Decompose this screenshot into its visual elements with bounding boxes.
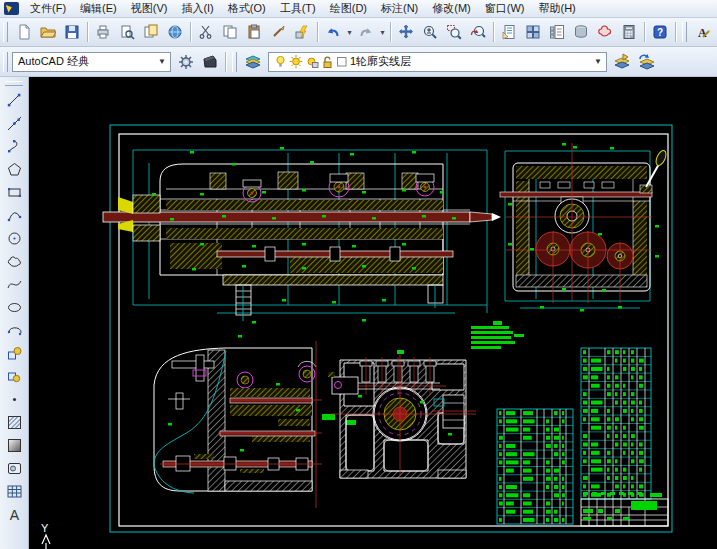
tool-hatch[interactable] bbox=[2, 411, 27, 434]
spline-icon bbox=[6, 276, 23, 293]
tool-construction-line[interactable] bbox=[2, 112, 27, 135]
toolbar-grip[interactable] bbox=[5, 81, 23, 86]
tool-make-block[interactable] bbox=[2, 365, 27, 388]
properties-button[interactable] bbox=[497, 20, 521, 44]
markup-cloud-icon bbox=[597, 24, 613, 40]
workspace-settings-button[interactable] bbox=[174, 50, 198, 74]
undo-button[interactable] bbox=[321, 20, 345, 44]
make-object-layer-current-button[interactable] bbox=[610, 50, 634, 74]
redo-button[interactable] bbox=[354, 20, 378, 44]
zoom-previous-button[interactable] bbox=[466, 20, 490, 44]
tool-palettes-button[interactable] bbox=[545, 20, 569, 44]
tool-circle[interactable] bbox=[2, 227, 27, 250]
parts-list-tables bbox=[497, 348, 668, 526]
markup-set-manager-button[interactable] bbox=[593, 20, 617, 44]
block-editor-icon bbox=[294, 24, 310, 40]
menu-window[interactable]: 窗口(W) bbox=[478, 0, 532, 17]
block-editor-button[interactable] bbox=[290, 20, 314, 44]
menu-view[interactable]: 视图(V) bbox=[124, 0, 175, 17]
toolbar-grip[interactable] bbox=[3, 52, 8, 72]
tool-rectangle[interactable] bbox=[2, 181, 27, 204]
tool-region[interactable] bbox=[2, 457, 27, 480]
tool-spline[interactable] bbox=[2, 273, 27, 296]
menu-insert[interactable]: 插入(I) bbox=[174, 0, 220, 17]
revision-cloud-icon bbox=[6, 253, 23, 270]
properties-icon bbox=[501, 24, 517, 40]
workspace-icon bbox=[201, 53, 219, 71]
undo-arrow-icon bbox=[325, 24, 341, 40]
quick-calc-button[interactable] bbox=[617, 20, 641, 44]
save-button[interactable] bbox=[60, 20, 84, 44]
toolbar-grip[interactable] bbox=[3, 22, 8, 42]
menu-dimension[interactable]: 标注(N) bbox=[374, 0, 425, 17]
help-button[interactable]: ? bbox=[648, 20, 672, 44]
ucs-y-label: Y bbox=[41, 522, 49, 534]
copy-button[interactable] bbox=[218, 20, 242, 44]
design-center-button[interactable] bbox=[521, 20, 545, 44]
polyline-icon bbox=[6, 138, 23, 155]
tool-arc[interactable] bbox=[2, 204, 27, 227]
menu-file[interactable]: 文件(F) bbox=[23, 0, 73, 17]
workspace-combo[interactable]: AutoCAD 经典 ▼ bbox=[12, 52, 171, 72]
my-workspace-button[interactable] bbox=[198, 50, 222, 74]
insert-block-icon bbox=[6, 345, 23, 362]
publish-web-button[interactable] bbox=[163, 20, 187, 44]
pan-realtime-button[interactable] bbox=[394, 20, 418, 44]
lock-open-icon bbox=[321, 54, 334, 69]
gear-icon bbox=[177, 53, 195, 71]
sheet-set-manager-button[interactable] bbox=[569, 20, 593, 44]
plot-preview-button[interactable] bbox=[115, 20, 139, 44]
layer-previous-button[interactable] bbox=[634, 50, 658, 74]
menu-draw[interactable]: 绘图(D) bbox=[323, 0, 374, 17]
text-style-button[interactable]: A bbox=[691, 20, 715, 44]
workspace-value: AutoCAD 经典 bbox=[18, 54, 156, 69]
standard-toolbar: ▾ ▾ ? A PC_T bbox=[0, 18, 717, 47]
tool-table[interactable] bbox=[2, 480, 27, 503]
tool-multiline-text[interactable]: A bbox=[2, 503, 27, 526]
printer-icon bbox=[95, 24, 111, 40]
region-icon bbox=[6, 460, 23, 477]
tool-ellipse[interactable] bbox=[2, 296, 27, 319]
tool-gradient[interactable] bbox=[2, 434, 27, 457]
open-file-icon bbox=[40, 24, 56, 40]
design-center-icon bbox=[525, 24, 541, 40]
clipboard-icon bbox=[246, 24, 262, 40]
redo-dropdown[interactable]: ▾ bbox=[378, 28, 387, 37]
chevron-down-icon: ▼ bbox=[156, 57, 168, 66]
match-properties-button[interactable] bbox=[266, 20, 290, 44]
tool-insert-block[interactable] bbox=[2, 342, 27, 365]
zoom-window-button[interactable] bbox=[442, 20, 466, 44]
copy-icon bbox=[222, 24, 238, 40]
plot-button[interactable] bbox=[91, 20, 115, 44]
redo-arrow-icon bbox=[358, 24, 374, 40]
cut-button[interactable] bbox=[194, 20, 218, 44]
model-space[interactable]: Y bbox=[29, 77, 717, 549]
rectangle-icon bbox=[6, 184, 23, 201]
tool-ellipse-arc[interactable] bbox=[2, 319, 27, 342]
tool-polygon[interactable] bbox=[2, 158, 27, 181]
tool-revision-cloud[interactable] bbox=[2, 250, 27, 273]
toolbar-grip[interactable] bbox=[682, 22, 687, 42]
drawing-canvas[interactable]: Y bbox=[29, 77, 717, 549]
undo-dropdown[interactable]: ▾ bbox=[345, 28, 354, 37]
tool-polyline[interactable] bbox=[2, 135, 27, 158]
paste-button[interactable] bbox=[242, 20, 266, 44]
sun-viewport-icon bbox=[305, 54, 319, 69]
sheet-set-icon bbox=[573, 24, 589, 40]
toolbar-grip[interactable] bbox=[232, 52, 237, 72]
menu-format[interactable]: 格式(O) bbox=[221, 0, 273, 17]
menu-help[interactable]: 帮助(H) bbox=[532, 0, 583, 17]
layer-combo[interactable]: 1轮廓实线层 ▼ bbox=[268, 52, 607, 72]
layer-properties-button[interactable] bbox=[241, 50, 265, 74]
menu-modify[interactable]: 修改(M) bbox=[425, 0, 478, 17]
menu-tools[interactable]: 工具(T) bbox=[273, 0, 323, 17]
tool-point[interactable] bbox=[2, 388, 27, 411]
publish-button[interactable] bbox=[139, 20, 163, 44]
tool-line[interactable] bbox=[2, 89, 27, 112]
zoom-realtime-button[interactable] bbox=[418, 20, 442, 44]
menu-edit[interactable]: 编辑(E) bbox=[73, 0, 124, 17]
new-file-icon bbox=[16, 24, 32, 40]
mtext-icon: A bbox=[6, 506, 23, 523]
open-file-button[interactable] bbox=[36, 20, 60, 44]
new-file-button[interactable] bbox=[12, 20, 36, 44]
